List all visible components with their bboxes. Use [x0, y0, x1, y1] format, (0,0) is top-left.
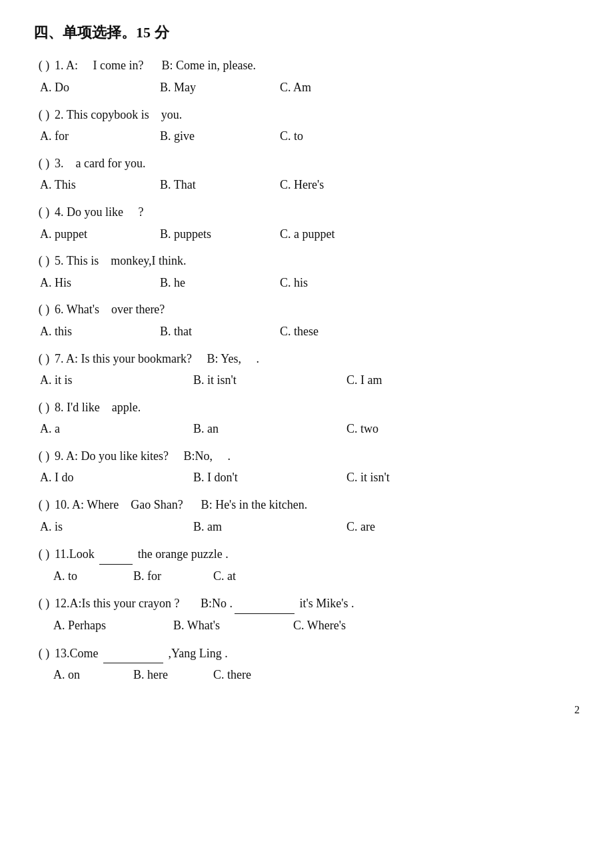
- question-10: ( ) 10. A: Where Gao Shan? B: He's in th…: [33, 495, 580, 537]
- question-5: ( ) 5. This is monkey,I think. A. His B.…: [33, 251, 580, 293]
- q13-text: 13.Come ,Yang Ling .: [55, 643, 228, 664]
- q11-opt-b: B. for: [133, 566, 213, 587]
- section-title: 四、单项选择。15 分: [33, 20, 580, 45]
- q13-opt-c: C. there: [213, 665, 293, 685]
- q13-blank: [103, 643, 163, 664]
- q2-text: 2. This copybook is you.: [55, 105, 182, 125]
- q13-opt-a: A. on: [53, 665, 133, 685]
- q4-opt-b: B. puppets: [160, 224, 280, 245]
- q9-opt-c: C. it isn't: [346, 467, 466, 488]
- q11-paren: ( ): [33, 544, 55, 565]
- q5-opt-c: C. his: [280, 273, 400, 293]
- q10-opt-a: A. is: [40, 517, 193, 537]
- q3-opt-c: C. Here's: [280, 175, 400, 195]
- question-3: ( ) 3. a card for you. A. This B. That C…: [33, 153, 580, 195]
- q8-paren: ( ): [33, 397, 55, 418]
- q12-opt-a: A. Perhaps: [53, 615, 173, 636]
- q2-opt-a: A. for: [40, 126, 160, 147]
- question-12: ( ) 12.A:Is this your crayon ? B:No . it…: [33, 593, 580, 635]
- q9-opt-b: B. I don't: [193, 467, 346, 488]
- q10-opt-b: B. am: [193, 517, 346, 537]
- q10-opt-c: C. are: [346, 517, 466, 537]
- q8-opt-b: B. an: [193, 419, 346, 439]
- q13-paren: ( ): [33, 643, 55, 664]
- q12-text: 12.A:Is this your crayon ? B:No . it's M…: [55, 593, 354, 614]
- q4-text: 4. Do you like ?: [55, 202, 143, 223]
- question-1: ( ) 1. A: I come in? B: Come in, please.…: [33, 55, 580, 97]
- q12-paren: ( ): [33, 593, 55, 614]
- question-11: ( ) 11.Look the orange puzzle . A. to B.…: [33, 543, 580, 586]
- q4-opt-c: C. a puppet: [280, 224, 400, 245]
- q8-opt-c: C. two: [346, 419, 466, 439]
- q4-opt-a: A. puppet: [40, 224, 160, 245]
- page-number: 2: [574, 701, 580, 719]
- q12-opt-b: B. What's: [173, 615, 293, 636]
- question-4: ( ) 4. Do you like ? A. puppet B. puppet…: [33, 202, 580, 244]
- q1-paren: ( ): [33, 55, 55, 76]
- q1-opt-a: A. Do: [40, 77, 160, 98]
- question-9: ( ) 9. A: Do you like kites? B:No, . A. …: [33, 446, 580, 488]
- q7-opt-a: A. it is: [40, 370, 193, 391]
- q11-opt-a: A. to: [53, 566, 133, 587]
- q3-text: 3. a card for you.: [55, 153, 145, 174]
- q6-text: 6. What's over there?: [55, 299, 165, 320]
- q1-opt-c: C. Am: [280, 77, 400, 98]
- q4-paren: ( ): [33, 202, 55, 223]
- q3-opt-a: A. This: [40, 175, 160, 195]
- q2-opt-c: C. to: [280, 126, 400, 147]
- question-6: ( ) 6. What's over there? A. this B. tha…: [33, 299, 580, 341]
- question-7: ( ) 7. A: Is this your bookmark? B: Yes,…: [33, 349, 580, 391]
- q2-paren: ( ): [33, 105, 55, 125]
- q12-blank: [235, 593, 295, 614]
- q5-opt-b: B. he: [160, 273, 280, 293]
- q7-opt-b: B. it isn't: [193, 370, 346, 391]
- q5-opt-a: A. His: [40, 273, 160, 293]
- q9-opt-a: A. I do: [40, 467, 193, 488]
- q7-opt-c: C. I am: [346, 370, 466, 391]
- q13-opt-b: B. here: [133, 665, 213, 685]
- q1-opt-b: B. May: [160, 77, 280, 98]
- q6-opt-c: C. these: [280, 321, 400, 342]
- question-13: ( ) 13.Come ,Yang Ling . A. on B. here C…: [33, 643, 580, 685]
- q12-opt-c: C. Where's: [293, 615, 413, 636]
- question-2: ( ) 2. This copybook is you. A. for B. g…: [33, 105, 580, 147]
- q8-text: 8. I'd like apple.: [55, 397, 141, 418]
- q7-paren: ( ): [33, 349, 55, 369]
- q6-paren: ( ): [33, 299, 55, 320]
- q9-paren: ( ): [33, 446, 55, 467]
- q1-text: 1. A: I come in? B: Come in, please.: [55, 55, 256, 76]
- q6-opt-a: A. this: [40, 321, 160, 342]
- q2-opt-b: B. give: [160, 126, 280, 147]
- q3-opt-b: B. That: [160, 175, 280, 195]
- q11-blank: [99, 543, 133, 565]
- q10-paren: ( ): [33, 495, 55, 515]
- q3-paren: ( ): [33, 153, 55, 174]
- q5-paren: ( ): [33, 251, 55, 271]
- q8-opt-a: A. a: [40, 419, 193, 439]
- q10-text: 10. A: Where Gao Shan? B: He's in the ki…: [55, 495, 307, 515]
- q9-text: 9. A: Do you like kites? B:No, .: [55, 446, 231, 467]
- question-8: ( ) 8. I'd like apple. A. a B. an C. two: [33, 397, 580, 439]
- q7-text: 7. A: Is this your bookmark? B: Yes, .: [55, 349, 259, 369]
- q5-text: 5. This is monkey,I think.: [55, 251, 187, 271]
- q11-opt-c: C. at: [213, 566, 293, 587]
- q6-opt-b: B. that: [160, 321, 280, 342]
- q11-text: 11.Look the orange puzzle .: [55, 543, 229, 565]
